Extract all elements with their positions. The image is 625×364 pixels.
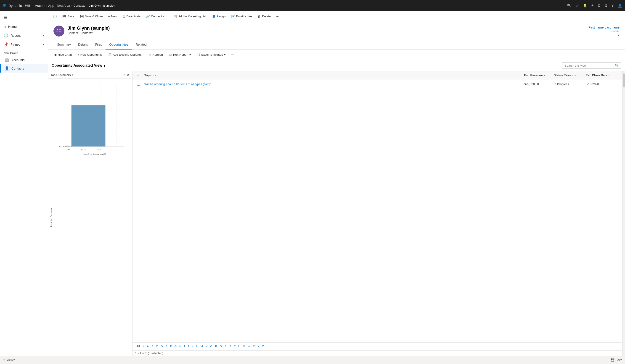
bottom-save-button[interactable]: 💾 Save bbox=[611, 358, 622, 362]
breadcrumb-new-area[interactable]: New Area bbox=[57, 4, 70, 7]
brand-name[interactable]: Dynamics 365 bbox=[8, 4, 30, 7]
alpha-m[interactable]: M bbox=[199, 344, 204, 348]
add-existing-button[interactable]: 📋 Add Existing Opportu... bbox=[106, 52, 146, 57]
alpha-d[interactable]: D bbox=[160, 344, 164, 348]
alpha-f[interactable]: F bbox=[169, 344, 173, 348]
right-scrollbar[interactable] bbox=[622, 71, 625, 356]
filter-icon[interactable]: ⧖ bbox=[597, 3, 600, 7]
alpha-x[interactable]: X bbox=[252, 344, 256, 348]
add-marketing-icon: 📋 bbox=[173, 15, 177, 18]
new-opportunity-button[interactable]: + New Opportunity bbox=[75, 52, 105, 57]
alpha-y[interactable]: Y bbox=[256, 344, 260, 348]
excel-icon: 📑 bbox=[196, 53, 200, 56]
alpha-k[interactable]: K bbox=[190, 344, 195, 348]
topic-sort-down-icon: ▾ bbox=[155, 74, 156, 77]
connect-button[interactable]: 🔗 Connect ▾ bbox=[144, 13, 167, 19]
app-name[interactable]: Account App bbox=[32, 4, 54, 7]
alpha-p[interactable]: P bbox=[214, 344, 218, 348]
grid-check-icon[interactable]: ✓ bbox=[137, 74, 140, 77]
sidebar-item-recent[interactable]: 🕐 Recent ▾ bbox=[0, 31, 48, 40]
sidebar-item-accounts[interactable]: 🏢 Accounts bbox=[0, 56, 48, 64]
sub-more-button[interactable]: ⋯ bbox=[229, 51, 236, 58]
grid-revenue-header[interactable]: Est. Revenue ▾ bbox=[522, 71, 552, 79]
row-close-date: 6/18/2020 bbox=[584, 81, 621, 88]
grid-status-header[interactable]: Status Reason ▾ bbox=[552, 71, 584, 79]
new-button[interactable]: + New bbox=[106, 13, 119, 19]
row-checkbox[interactable] bbox=[137, 83, 140, 85]
alpha-hash[interactable]: # bbox=[141, 344, 145, 348]
search-submit-button[interactable]: 🔍 bbox=[613, 62, 621, 68]
alpha-c[interactable]: C bbox=[155, 344, 159, 348]
alpha-e[interactable]: E bbox=[164, 344, 168, 348]
breadcrumb-contacts[interactable]: Contacts bbox=[74, 4, 85, 7]
row-topic[interactable]: Will be ordering about 110 items of all … bbox=[143, 81, 522, 88]
alpha-s[interactable]: S bbox=[228, 344, 232, 348]
alpha-j[interactable]: J bbox=[187, 344, 190, 348]
row-check[interactable] bbox=[134, 83, 143, 85]
assign-button[interactable]: 👤 Assign bbox=[210, 13, 228, 19]
email-link-button[interactable]: 📧 Email a Link bbox=[229, 13, 255, 19]
scrollbar-thumb[interactable] bbox=[623, 74, 625, 87]
more-button[interactable]: ⋯ bbox=[274, 13, 281, 20]
alpha-b[interactable]: B bbox=[150, 344, 155, 348]
chart-bar[interactable] bbox=[71, 105, 106, 146]
hide-chart-button[interactable]: ▣ Hide Chart bbox=[52, 52, 74, 57]
grid-date-header[interactable]: Est. Close Date ▾ bbox=[584, 71, 621, 79]
bulb-icon[interactable]: 💡 bbox=[583, 3, 587, 8]
alpha-q[interactable]: Q bbox=[219, 344, 223, 348]
save-button[interactable]: 💾 Save bbox=[60, 13, 77, 19]
save-close-button[interactable]: 💾 Save & Close bbox=[77, 13, 105, 19]
alpha-g[interactable]: G bbox=[173, 344, 178, 348]
alpha-u[interactable]: U bbox=[237, 344, 242, 348]
alpha-v[interactable]: V bbox=[242, 344, 246, 348]
sidebar-item-pinned[interactable]: 📌 Pinned ▾ bbox=[0, 40, 48, 49]
search-input[interactable] bbox=[562, 63, 613, 68]
tab-summary[interactable]: Summary bbox=[54, 40, 74, 50]
history-button[interactable]: 🕐 bbox=[51, 13, 59, 19]
view-title[interactable]: Opportunity Associated View ▾ bbox=[52, 63, 105, 68]
alpha-all[interactable]: All bbox=[135, 344, 141, 348]
date-sort-icon: ▾ bbox=[608, 74, 609, 77]
tab-opportunities[interactable]: Opportunities bbox=[106, 40, 132, 50]
check-icon[interactable]: ✓ bbox=[576, 3, 579, 8]
run-report-button[interactable]: 📊 Run Report ▾ bbox=[166, 52, 193, 57]
chart-title-button[interactable]: Top Customers ▾ bbox=[51, 73, 73, 77]
alpha-w[interactable]: W bbox=[247, 344, 251, 348]
chart-expand-icon[interactable]: ⤢ bbox=[122, 73, 125, 77]
status-sort-icon: ▾ bbox=[575, 74, 576, 77]
record-type2-chevron-icon: ▾ bbox=[91, 31, 93, 35]
alpha-i[interactable]: I bbox=[183, 344, 186, 348]
alpha-r[interactable]: R bbox=[223, 344, 228, 348]
alpha-t[interactable]: T bbox=[233, 344, 237, 348]
add-marketing-button[interactable]: 📋 Add to Marketing List bbox=[171, 13, 208, 19]
sidebar-item-contacts[interactable]: 👤 Contacts bbox=[0, 64, 48, 73]
deactivate-button[interactable]: ⊘ Deactivate bbox=[120, 13, 143, 19]
settings-icon[interactable]: ⚙ bbox=[604, 3, 607, 8]
refresh-button[interactable]: ↻ Refresh bbox=[146, 52, 165, 57]
alpha-l[interactable]: L bbox=[195, 344, 199, 348]
save-icon: 💾 bbox=[62, 15, 66, 18]
tab-related[interactable]: Related bbox=[132, 40, 150, 50]
sidebar-item-home[interactable]: ⌂ Home bbox=[0, 22, 48, 31]
tab-files[interactable]: Files bbox=[92, 40, 106, 50]
assign-icon: 👤 bbox=[212, 15, 216, 18]
sidebar-hamburger[interactable]: ☰ bbox=[0, 13, 48, 22]
alpha-o[interactable]: O bbox=[209, 344, 214, 348]
add-icon[interactable]: + bbox=[592, 3, 594, 7]
search-icon[interactable]: 🔍 bbox=[567, 3, 571, 8]
owner-expand-icon[interactable]: ▾ bbox=[618, 33, 620, 37]
chart-svg: Coho Winery... 0.00 10,000... 20,00... 3… bbox=[54, 81, 130, 159]
alpha-z[interactable]: Z bbox=[261, 344, 265, 348]
chart-close-icon[interactable]: ✕ bbox=[127, 73, 129, 77]
alpha-n[interactable]: N bbox=[204, 344, 209, 348]
delete-button[interactable]: 🗑 Delete bbox=[255, 13, 273, 19]
user-icon[interactable]: 👤 bbox=[618, 3, 622, 8]
tab-details[interactable]: Details bbox=[74, 40, 92, 50]
alpha-a[interactable]: A bbox=[146, 344, 150, 348]
record-type2-dropdown[interactable]: Contact ▾ bbox=[80, 31, 93, 35]
grid-topic-header[interactable]: Topic ↑ ▾ bbox=[143, 71, 522, 79]
excel-templates-button[interactable]: 📑 Excel Templates ▾ bbox=[194, 52, 228, 57]
help-icon[interactable]: ? bbox=[612, 3, 614, 7]
owner-name[interactable]: First name Last name bbox=[589, 26, 620, 29]
alpha-h[interactable]: H bbox=[178, 344, 183, 348]
